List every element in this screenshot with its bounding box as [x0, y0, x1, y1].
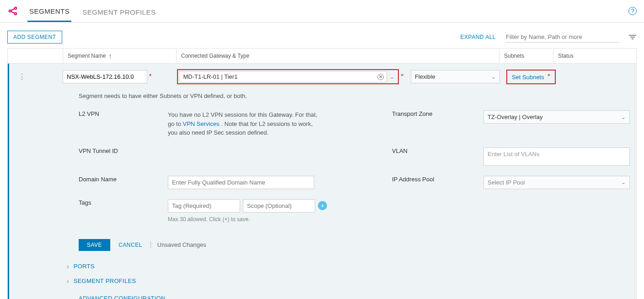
domain-name-label: Domain Name [79, 176, 168, 183]
subnet-hint-text: Segment needs to have either Subnets or … [79, 92, 630, 99]
chevron-right-icon[interactable]: › [67, 277, 69, 285]
svg-point-0 [9, 10, 11, 12]
help-icon[interactable]: ? [628, 7, 637, 15]
filter-input[interactable] [505, 32, 619, 43]
clear-gateway-icon[interactable]: ✕ [377, 74, 384, 80]
vpn-services-link[interactable]: VPN Services [183, 120, 220, 127]
save-button[interactable]: SAVE [79, 239, 110, 251]
vlan-label: VLAN [392, 147, 483, 154]
required-star: * [547, 72, 550, 80]
col-connected-gateway[interactable]: Connected Gateway & Type [176, 49, 499, 63]
transport-zone-label: Transport Zone [392, 110, 483, 117]
vlan-input[interactable]: Enter List of VLANs [483, 147, 630, 166]
gateway-highlight-box: MD-T1-LR-01 | Tier1 ✕ ⌄ [177, 69, 399, 84]
segment-name-input[interactable] [63, 70, 147, 83]
chevron-down-icon: ⌄ [491, 74, 496, 80]
row-menu-icon[interactable]: ⋮ [18, 72, 24, 81]
action-row: ADD SEGMENT EXPAND ALL [0, 22, 644, 48]
set-subnets-highlight-box: Set Subnets * [506, 70, 556, 84]
col-status[interactable]: Status [553, 49, 630, 63]
ports-section-link[interactable]: PORTS [74, 263, 95, 270]
set-subnets-link[interactable]: Set Subnets [512, 74, 544, 81]
col-gw-label: Connected Gateway & Type [181, 53, 249, 59]
segment-profiles-section-link[interactable]: SEGMENT PROFILES [74, 277, 136, 284]
tag-input[interactable] [168, 199, 240, 212]
unsaved-changes-text: Unsaved Changes [150, 241, 206, 248]
segment-row-expanded: ⋮ * MD-T1-LR-01 | Tier1 ✕ ⌄ * Flexibl [8, 64, 636, 299]
ip-pool-label: IP Address Pool [392, 176, 483, 183]
col-status-label: Status [558, 53, 574, 59]
chevron-down-icon: ⌄ [621, 114, 626, 120]
tab-segment-profiles[interactable]: SEGMENT PROFILES [80, 1, 157, 22]
svg-point-1 [15, 7, 16, 9]
add-segment-button[interactable]: ADD SEGMENT [7, 31, 62, 43]
svg-line-4 [11, 11, 15, 13]
col-subnets[interactable]: Subnets [499, 49, 553, 63]
transport-zone-value: TZ-Overlay | Overlay [488, 114, 542, 120]
col-segment-name-label: Segment Name [68, 53, 106, 59]
chevron-down-icon[interactable]: ⌄ [390, 74, 394, 80]
l2vpn-label: L2 VPN [79, 110, 168, 117]
top-tab-bar: SEGMENTS SEGMENT PROFILES ? [0, 0, 644, 22]
tags-label: Tags [79, 199, 168, 206]
domain-name-input[interactable] [168, 176, 314, 189]
gateway-select[interactable]: MD-T1-LR-01 | Tier1 ✕ [179, 71, 387, 82]
col-segment-name[interactable]: Segment Name ↑ [63, 49, 176, 63]
svg-line-3 [11, 9, 15, 11]
advanced-config-link[interactable]: ADVANCED CONFIGURATION [79, 295, 166, 299]
sort-asc-icon: ↑ [108, 52, 112, 60]
required-star: * [149, 72, 151, 80]
vpn-tunnel-id-label: VPN Tunnel ID [79, 147, 168, 154]
cancel-button[interactable]: CANCEL [118, 242, 142, 248]
gateway-value: MD-T1-LR-01 | Tier1 [183, 73, 237, 80]
add-tag-button[interactable]: + [318, 201, 327, 210]
transport-zone-select[interactable]: TZ-Overlay | Overlay ⌄ [483, 110, 630, 124]
tab-segments[interactable]: SEGMENTS [27, 0, 71, 22]
chevron-right-icon[interactable]: › [67, 263, 69, 270]
svg-point-2 [15, 13, 16, 15]
chevron-down-icon: ⌄ [621, 179, 626, 185]
tag-hint-text: Max 30 allowed. Click (+) to save. [168, 216, 392, 223]
tag-scope-input[interactable] [243, 199, 315, 212]
filter-icon[interactable] [628, 34, 637, 40]
vertical-scrollbar[interactable] [634, 64, 636, 299]
col-subnets-label: Subnets [504, 53, 524, 59]
segment-type-select[interactable]: Flexible ⌄ [411, 70, 500, 83]
grid-header: Segment Name ↑ Connected Gateway & Type … [8, 48, 636, 64]
expand-all-link[interactable]: EXPAND ALL [461, 34, 496, 40]
required-star: * [401, 72, 403, 80]
ip-pool-select[interactable]: Select IP Pool ⌄ [483, 176, 630, 189]
share-icon [7, 5, 18, 16]
l2vpn-text: You have no L2 VPN sessions for this Gat… [168, 110, 323, 137]
segment-type-value: Flexible [415, 73, 435, 80]
ip-pool-placeholder: Select IP Pool [488, 179, 525, 186]
